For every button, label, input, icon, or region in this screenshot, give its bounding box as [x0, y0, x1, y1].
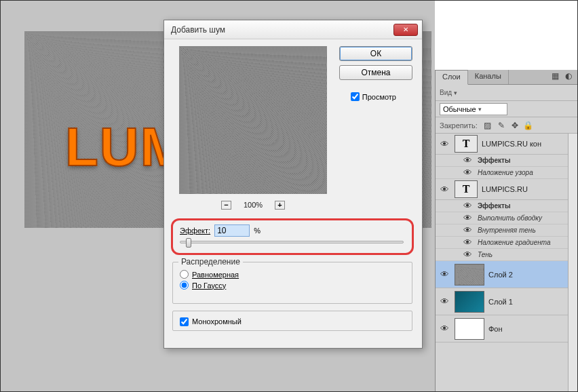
cancel-button[interactable]: Отмена — [339, 65, 412, 80]
layers-list: 👁 T LUMPICS.RU кон 👁Эффекты 👁Наложение у… — [436, 134, 568, 391]
lock-position-icon[interactable]: ✥ — [510, 121, 520, 130]
fx-item[interactable]: Выполнить обводку — [478, 214, 542, 222]
preview-checkbox-label: Просмотр — [362, 93, 396, 101]
layers-scrollbar[interactable] — [568, 134, 577, 391]
layer-thumbnail[interactable] — [455, 264, 484, 286]
monochrome-checkbox[interactable] — [180, 317, 189, 326]
layer-name: Слой 2 — [488, 271, 513, 279]
visibility-toggle-icon[interactable]: 👁 — [438, 269, 450, 279]
visibility-toggle-icon[interactable]: 👁 — [438, 324, 450, 334]
layer-item[interactable]: 👁 T LUMPICS.RU кон — [436, 134, 568, 155]
monochrome-fieldset: Монохромный — [172, 311, 412, 331]
effect-amount-input[interactable] — [214, 224, 250, 237]
lock-all-icon[interactable]: 🔒 — [524, 121, 533, 130]
effect-slider[interactable] — [180, 241, 404, 243]
layer-thumbnail[interactable]: T — [455, 180, 478, 198]
preview-checkbox[interactable] — [351, 92, 360, 101]
distribution-fieldset: Распределение Равномерная По Гауссу — [172, 262, 412, 304]
fx-item[interactable]: Наложение градиента — [478, 239, 551, 246]
zoom-in-button[interactable]: + — [275, 201, 285, 210]
layer-name: Фон — [488, 325, 503, 333]
layers-panel: Слои Каналы Вид ▦ ◐ Обычные Закрепить: ▨… — [435, 70, 577, 391]
filter-kind-dropdown[interactable]: Вид — [440, 89, 457, 96]
effect-slider-thumb[interactable] — [186, 238, 191, 248]
fx-item[interactable]: Тень — [478, 251, 493, 258]
filter-pixel-icon[interactable]: ▦ — [550, 71, 560, 81]
layer-thumbnail[interactable] — [455, 318, 484, 340]
monochrome-label: Монохромный — [192, 317, 242, 326]
zoom-out-button[interactable]: − — [221, 201, 231, 210]
add-noise-dialog: Добавить шум ✕ − 100% + ОК Отмена Просмо… — [163, 20, 423, 349]
layer-name: LUMPICS.RU кон — [482, 140, 541, 148]
visibility-toggle-icon[interactable]: 👁 — [438, 139, 450, 149]
zoom-level: 100% — [244, 201, 263, 209]
visibility-toggle-icon[interactable]: 👁 — [461, 213, 474, 223]
distribution-legend: Распределение — [178, 257, 243, 267]
lock-transparency-icon[interactable]: ▨ — [483, 121, 493, 130]
dialog-title: Добавить шум — [168, 25, 393, 35]
dialog-titlebar[interactable]: Добавить шум ✕ — [164, 20, 422, 39]
visibility-toggle-icon[interactable]: 👁 — [461, 155, 474, 165]
layer-name: Слой 1 — [488, 298, 513, 306]
visibility-toggle-icon[interactable]: 👁 — [438, 184, 450, 195]
fx-header[interactable]: Эффекты — [478, 202, 511, 210]
visibility-toggle-icon[interactable]: 👁 — [461, 201, 474, 211]
preview-image[interactable] — [179, 46, 327, 194]
layer-thumbnail[interactable]: T — [455, 135, 478, 153]
visibility-toggle-icon[interactable]: 👁 — [438, 296, 450, 307]
ok-button[interactable]: ОК — [339, 46, 412, 61]
distribution-uniform-label: Равномерная — [192, 271, 239, 279]
filter-adjust-icon[interactable]: ◐ — [564, 71, 573, 81]
distribution-uniform-radio[interactable] — [180, 270, 189, 279]
lock-pixels-icon[interactable]: ✎ — [497, 121, 506, 130]
layer-item[interactable]: 👁 Слой 2 — [436, 261, 568, 288]
lock-label: Закрепить: — [440, 121, 478, 130]
tab-layers[interactable]: Слои — [436, 70, 468, 85]
tab-channels[interactable]: Каналы — [468, 70, 509, 84]
fx-header[interactable]: Эффекты — [478, 157, 511, 164]
visibility-toggle-icon[interactable]: 👁 — [461, 168, 474, 178]
layer-item[interactable]: 👁 Фон — [436, 315, 568, 342]
close-button[interactable]: ✕ — [393, 24, 418, 36]
distribution-gaussian-radio[interactable] — [180, 281, 189, 290]
visibility-toggle-icon[interactable]: 👁 — [461, 250, 474, 260]
layer-item[interactable]: 👁 T LUMPICS.RU — [436, 179, 568, 200]
effect-unit: % — [254, 227, 261, 235]
layer-thumbnail[interactable] — [455, 291, 484, 313]
layer-name: LUMPICS.RU — [482, 185, 528, 193]
visibility-toggle-icon[interactable]: 👁 — [461, 225, 474, 235]
effect-amount-group: Эффект: % — [171, 218, 414, 255]
effect-label: Эффект: — [180, 226, 210, 235]
layer-item[interactable]: 👁 Слой 1 — [436, 288, 568, 315]
blend-mode-select[interactable]: Обычные — [440, 103, 507, 115]
fx-item[interactable]: Внутренняя тень — [478, 227, 536, 234]
distribution-gaussian-label: По Гауссу — [192, 281, 226, 290]
visibility-toggle-icon[interactable]: 👁 — [461, 237, 474, 248]
fx-item[interactable]: Наложение узора — [478, 169, 533, 176]
